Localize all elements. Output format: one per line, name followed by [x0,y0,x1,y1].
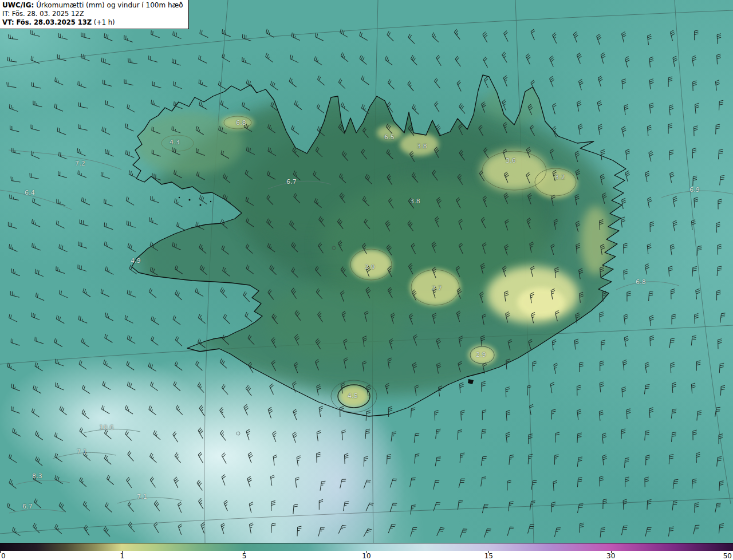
colorbar-tickmark [366,551,367,553]
valid-time-line: VT: Fös. 28.03.2025 13Z (+1 h) [2,18,183,27]
colorbar-tick-label: 5 [242,552,247,560]
contour-label: 4.5 [348,392,358,400]
contour-label: 6.8 [636,278,646,286]
contour-label: 6.5 [384,133,395,141]
colorbar-tickmark [0,551,1,553]
colorbar-tick-label: 30 [606,552,615,560]
contour-label: 2.7 [432,285,442,292]
contour-label: 4.3 [170,139,180,146]
contour-label: 6.8 [236,119,246,127]
valid-time: Fös. 28.03.2025 13Z [16,18,92,26]
valid-offset: (+1 h) [94,18,115,26]
contour-label: 6.7 [286,178,297,186]
colorbar-labels: 01510153050 [0,551,733,560]
contour-label: 10.6 [99,424,113,431]
colorbar-tick-label: 15 [484,552,493,560]
contour-label: 2.9 [365,263,375,271]
contour-label: 7.1 [77,448,87,455]
map-title: Úrkomumætti (mm) og vindur í 100m hæð [36,1,183,9]
contour-label: 7.2 [75,160,85,167]
title-box: UWC/IG: Úrkomumætti (mm) og vindur í 100… [0,0,189,29]
contour-label: 3.6 [506,157,516,164]
colorbar-tick-label: 50 [723,552,732,560]
colorbar-tickmark [245,551,245,553]
title-line: UWC/IG: Úrkomumætti (mm) og vindur í 100… [2,1,183,10]
contour-label: 6.7 [22,503,33,510]
colorbar-tickmark [488,551,489,553]
valid-label: VT: [2,18,14,26]
contour-label: 8.3 [32,472,42,480]
init-time: IT: Fös. 28. 03. 2025 12Z [2,10,183,18]
colorbar-tick-label: 10 [362,552,371,560]
colorbar-gradient [0,543,733,551]
contour-labels: 6.84.37.26.46.53.83.63.26.96.73.84.92.92… [0,0,733,543]
contour-label: 6.4 [25,189,35,196]
colorbar-tick-label: 0 [1,552,6,560]
contour-label: 3.8 [410,198,420,205]
contour-label: 6.9 [689,186,700,194]
model-name: UWC/IG: [2,1,34,9]
colorbar-tickmark [611,551,612,553]
colorbar-tick-label: 1 [120,552,125,560]
colorbar-tickmark [122,551,123,553]
weather-map: 6.84.37.26.46.53.83.63.26.96.73.84.92.92… [0,0,733,560]
contour-label: 2.9 [476,351,486,358]
colorbar: 01510153050 [0,543,733,560]
contour-label: 4.9 [131,257,141,265]
contour-label: 3.2 [555,173,565,181]
contour-label: 3.8 [417,143,427,150]
contour-label: 7.1 [137,493,147,500]
